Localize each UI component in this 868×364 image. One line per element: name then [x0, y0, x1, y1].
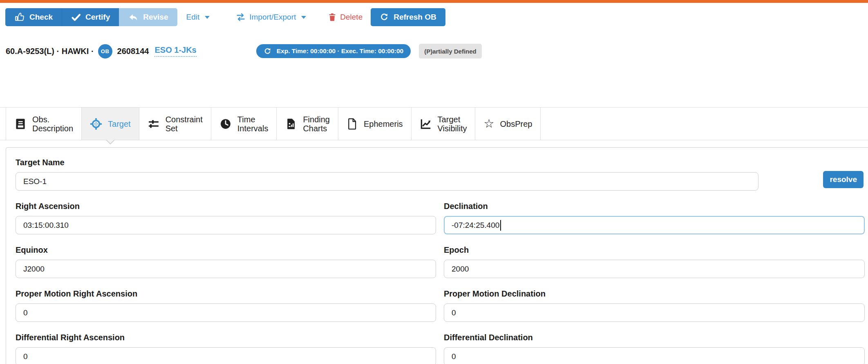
proper-motion-dec-label: Proper Motion Declination	[444, 289, 865, 299]
epoch-label: Epoch	[444, 245, 865, 255]
tab-label: Visibility	[438, 124, 467, 133]
caret-down-icon	[301, 16, 306, 19]
chart-document-icon	[285, 118, 297, 130]
workflow-button-group: Check Certify Revise	[5, 8, 177, 26]
ob-header: 60.A-9253(L) · HAWKI · OB 2608144 ESO 1-…	[6, 43, 482, 59]
top-accent-bar	[0, 0, 868, 3]
import-export-label: Import/Export	[249, 13, 296, 22]
ob-type-badge: OB	[98, 44, 112, 58]
right-ascension-label: Right Ascension	[16, 202, 436, 211]
edit-menu[interactable]: Edit	[186, 13, 210, 22]
equinox-field: Equinox	[16, 245, 436, 278]
delete-button[interactable]: Delete	[328, 13, 362, 22]
refresh-ob-button[interactable]: Refresh OB	[371, 8, 445, 26]
coordinates-grid: Right Ascension Declination -07:24:25.40…	[16, 202, 868, 364]
ob-number: 2608144	[117, 47, 149, 56]
tab-label: Target	[438, 115, 467, 124]
tab-label: Constraint	[166, 115, 203, 124]
delete-button-label: Delete	[340, 13, 362, 22]
equinox-label: Equinox	[16, 245, 436, 255]
tab-target-visibility[interactable]: TargetVisibility	[412, 108, 476, 140]
tab-target[interactable]: Target	[82, 108, 139, 140]
reply-arrow-icon	[128, 12, 139, 22]
right-ascension-field: Right Ascension	[16, 202, 436, 234]
differential-dec-field: Differential Declination	[444, 333, 865, 364]
tab-label: Finding	[303, 115, 330, 124]
equinox-input[interactable]	[16, 260, 436, 278]
clock-icon	[219, 118, 232, 130]
check-button[interactable]: Check	[5, 8, 62, 26]
tab-label: Intervals	[237, 124, 268, 133]
trash-icon	[328, 13, 336, 22]
sliders-icon	[148, 118, 160, 130]
ob-toolbar: Check Certify Revise Edit Import/Export	[5, 8, 445, 26]
ob-tabbar: Obs.Description Target ConstraintSet Tim…	[0, 107, 868, 140]
refresh-ob-label: Refresh OB	[394, 13, 436, 22]
star-icon: ☆	[483, 118, 494, 130]
proper-motion-ra-field: Proper Motion Right Ascension	[16, 289, 436, 322]
differential-ra-field: Differential Right Ascension	[16, 333, 436, 364]
tab-ephemeris[interactable]: Ephemeris	[338, 108, 412, 140]
proper-motion-dec-field: Proper Motion Declination	[444, 289, 865, 322]
document-icon	[347, 118, 358, 130]
target-name-row: Target Name resolve	[16, 158, 868, 191]
caret-down-icon	[205, 16, 210, 19]
program-id: 60.A-9253(L) · HAWKI ·	[6, 47, 94, 56]
refresh-icon	[264, 47, 271, 55]
revise-button[interactable]: Revise	[119, 8, 177, 26]
certify-button-label: Certify	[85, 13, 110, 22]
ob-name-link[interactable]: ESO 1-JKs	[154, 45, 196, 57]
tab-obs-description[interactable]: Obs.Description	[6, 108, 82, 140]
text-cursor	[500, 220, 501, 231]
target-crosshair-icon	[90, 118, 102, 130]
declination-input[interactable]: -07:24:25.400	[444, 216, 865, 234]
target-name-label: Target Name	[16, 158, 868, 167]
edit-menu-label: Edit	[186, 13, 200, 22]
proper-motion-ra-label: Proper Motion Right Ascension	[16, 289, 436, 299]
differential-ra-label: Differential Right Ascension	[16, 333, 436, 342]
proper-motion-ra-input[interactable]	[16, 303, 436, 322]
import-export-menu[interactable]: Import/Export	[236, 12, 306, 22]
tab-label: Obs.	[32, 115, 73, 124]
target-name-input[interactable]	[16, 172, 758, 191]
tab-label: Ephemeris	[364, 119, 403, 128]
check-icon	[71, 12, 81, 22]
target-form-panel: Target Name resolve Right Ascension Decl…	[6, 147, 868, 364]
execution-time-pill[interactable]: Exp. Time: 00:00:00 · Exec. Time: 00:00:…	[256, 44, 411, 58]
differential-dec-input[interactable]	[444, 347, 865, 364]
declination-value: -07:24:25.400	[452, 221, 499, 230]
tab-label: Description	[32, 124, 73, 133]
tab-label: Set	[166, 124, 203, 133]
tab-label: Charts	[303, 124, 330, 133]
tab-constraint-set[interactable]: ConstraintSet	[139, 108, 211, 140]
line-chart-icon	[420, 118, 432, 130]
right-ascension-input[interactable]	[16, 216, 436, 234]
resolve-button[interactable]: resolve	[823, 171, 864, 188]
tab-label: Target	[108, 119, 131, 128]
tab-time-intervals[interactable]: TimeIntervals	[211, 108, 277, 140]
declination-field: Declination -07:24:25.400	[444, 202, 865, 234]
differential-dec-label: Differential Declination	[444, 333, 865, 342]
status-badge: (P)artially Defined	[419, 44, 482, 58]
proper-motion-dec-input[interactable]	[444, 303, 865, 322]
tab-obsprep[interactable]: ☆ ObsPrep	[475, 108, 541, 140]
swap-arrows-icon	[236, 12, 246, 22]
revise-button-label: Revise	[143, 13, 168, 22]
check-button-label: Check	[29, 13, 53, 22]
certify-button[interactable]: Certify	[62, 8, 119, 26]
tab-label: Time	[237, 115, 268, 124]
tab-finding-charts[interactable]: FindingCharts	[277, 108, 338, 140]
epoch-field: Epoch	[444, 245, 865, 278]
tab-label: ObsPrep	[500, 119, 532, 128]
time-summary: Exp. Time: 00:00:00 · Exec. Time: 00:00:…	[277, 47, 403, 55]
declination-label: Declination	[444, 202, 865, 211]
refresh-icon	[380, 13, 389, 22]
thumbs-up-icon	[14, 12, 25, 22]
book-icon	[14, 118, 27, 130]
epoch-input[interactable]	[444, 260, 865, 278]
differential-ra-input[interactable]	[16, 347, 436, 364]
